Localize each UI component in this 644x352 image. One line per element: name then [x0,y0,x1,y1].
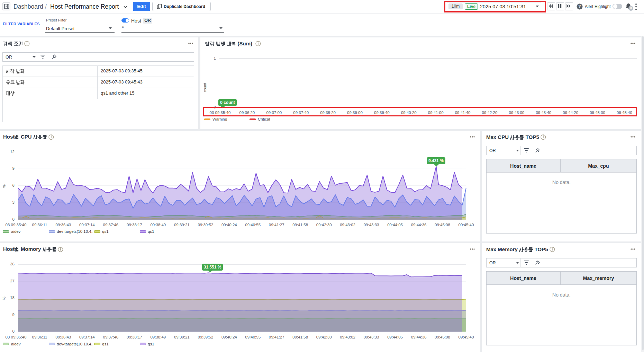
svg-text:?: ? [578,4,581,9]
